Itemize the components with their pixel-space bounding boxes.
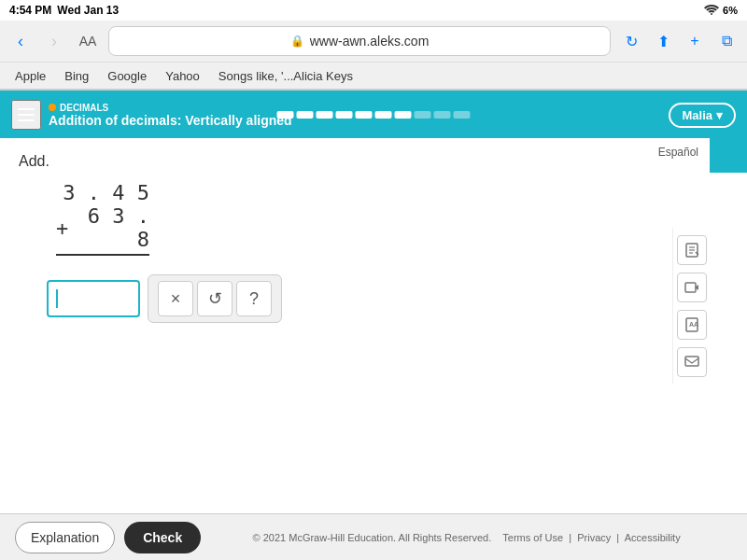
progress-seg-3: [317, 111, 333, 119]
terms-link[interactable]: Terms of Use: [502, 532, 563, 543]
reload-button[interactable]: ↻: [618, 28, 644, 54]
instruction-label: Add.: [19, 153, 691, 170]
notes-icon[interactable]: [677, 235, 707, 265]
content-area: Español Add. 3 . 4 5 + 6 3 . 8 × ↺ ?: [0, 138, 710, 513]
answer-input[interactable]: [47, 280, 140, 317]
svg-rect-9: [685, 283, 696, 292]
keypad: × ↺ ?: [148, 274, 282, 323]
message-icon[interactable]: [677, 347, 707, 377]
check-button[interactable]: Check: [124, 522, 201, 553]
reader-view-button[interactable]: AA: [75, 28, 101, 54]
explanation-button[interactable]: Explanation: [15, 522, 115, 553]
topic-label-text: DECIMALS: [60, 103, 108, 113]
orange-dot: [49, 104, 56, 111]
copyright-text: © 2021 McGraw-Hill Education. All Rights…: [253, 532, 492, 543]
accessibility-link[interactable]: Accessibility: [625, 532, 681, 543]
forward-button[interactable]: ›: [41, 28, 67, 54]
bookmark-yahoo[interactable]: Yahoo: [165, 69, 200, 83]
reader-label: AA: [79, 34, 97, 49]
text-cursor: [56, 289, 58, 308]
svg-text:AA: AA: [689, 321, 698, 328]
problem-area: Add. 3 . 4 5 + 6 3 . 8 × ↺ ?: [0, 138, 710, 338]
bottom-actions: Explanation Check: [15, 522, 201, 553]
progress-seg-7: [395, 111, 412, 119]
chevron-down-icon: ▾: [716, 108, 723, 122]
progress-seg-10: [454, 111, 471, 119]
undo-button[interactable]: ↺: [197, 281, 233, 316]
battery-display: 6%: [723, 5, 738, 16]
progress-seg-9: [434, 111, 451, 119]
svg-point-0: [711, 13, 712, 15]
svg-rect-13: [685, 357, 698, 366]
math-line: [56, 254, 149, 256]
number2-display: + 6 3 . 8: [56, 204, 149, 251]
browser-chrome: ‹ › AA 🔒 www-awn.aleks.com ↻ ⬆ + ⧉ Apple…: [0, 21, 747, 91]
hamburger-menu[interactable]: [11, 100, 41, 130]
delete-button[interactable]: ×: [158, 281, 193, 316]
url-display: www-awn.aleks.com: [310, 34, 430, 49]
aleks-header: DECIMALS Addition of decimals: Verticall…: [0, 91, 747, 139]
number2-value: 6 3 . 8: [72, 204, 149, 251]
footer-text: © 2021 McGraw-Hill Education. All Rights…: [201, 532, 732, 543]
plus-sign: +: [56, 217, 68, 240]
espanol-link[interactable]: Español: [658, 146, 698, 159]
number1-display: 3 . 4 5: [56, 181, 149, 204]
progress-seg-2: [297, 111, 314, 119]
date-display: Wed Jan 13: [57, 4, 119, 17]
privacy-link[interactable]: Privacy: [577, 532, 611, 543]
user-menu-button[interactable]: Malia ▾: [669, 103, 736, 128]
svg-rect-1: [18, 108, 35, 110]
progress-seg-4: [336, 111, 353, 119]
math-problem: 3 . 4 5 + 6 3 . 8: [56, 181, 691, 256]
bookmark-bing[interactable]: Bing: [64, 69, 89, 83]
lock-icon: 🔒: [290, 35, 304, 48]
bookmark-songs[interactable]: Songs like, '...Alicia Keys: [218, 69, 353, 83]
progress-seg-6: [375, 111, 392, 119]
tabs-button[interactable]: ⧉: [713, 28, 740, 54]
bottom-bar: Explanation Check © 2021 McGraw-Hill Edu…: [0, 513, 747, 560]
progress-seg-1: [277, 111, 294, 119]
answer-area: × ↺ ?: [47, 274, 691, 323]
status-bar: 4:54 PM Wed Jan 13 6%: [0, 0, 747, 21]
help-button[interactable]: ?: [236, 281, 272, 316]
svg-rect-3: [18, 119, 35, 121]
user-name: Malia: [682, 108, 712, 122]
right-sidebar: AA: [672, 228, 710, 385]
wifi-icon: [704, 4, 719, 17]
add-tab-button[interactable]: +: [682, 28, 708, 54]
progress-seg-5: [356, 111, 373, 119]
bookmarks-bar: Apple Bing Google Yahoo Songs like, '...…: [0, 62, 747, 90]
back-button[interactable]: ‹: [7, 28, 34, 54]
time-display: 4:54 PM: [9, 4, 51, 17]
textbook-icon[interactable]: AA: [677, 310, 707, 340]
progress-seg-8: [415, 111, 431, 119]
progress-bar: [277, 111, 471, 119]
address-bar[interactable]: 🔒 www-awn.aleks.com: [108, 26, 611, 56]
progress-segments: [277, 111, 471, 119]
svg-rect-2: [18, 114, 35, 116]
bookmark-apple[interactable]: Apple: [15, 69, 46, 83]
share-button[interactable]: ⬆: [650, 28, 676, 54]
bookmark-google[interactable]: Google: [107, 69, 147, 83]
video-icon[interactable]: [677, 273, 707, 302]
